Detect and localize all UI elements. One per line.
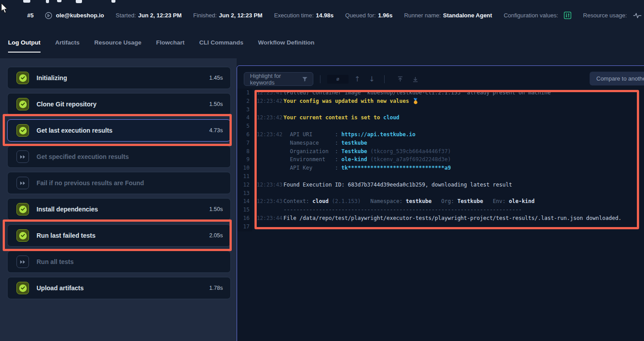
tab-flowchart[interactable]: Flowchart (156, 39, 185, 53)
log-line-number: 14 (237, 197, 250, 206)
skipped-icon (16, 177, 29, 189)
log-line: 11 (237, 172, 644, 181)
log-line: 17 (237, 223, 644, 231)
step-label: Upload artifacts (37, 284, 209, 292)
log-timestamp: 12:23:42 (250, 97, 283, 106)
step-install-dependencies[interactable]: Install dependencies 1.50s (7, 198, 231, 220)
meta-finished: Finished: Jun 2, 12:23 PM (193, 12, 263, 19)
meta-label: Configuration values: (504, 12, 558, 19)
tab-artifacts[interactable]: Artifacts (55, 39, 80, 53)
log-line-content: API URI : https://api.testkube.io (283, 130, 415, 139)
execution-user: ole@kubeshop.io (45, 12, 104, 19)
pulse-icon[interactable] (633, 12, 642, 19)
log-line-content: ----------------------------------------… (283, 206, 522, 214)
compare-execution-button[interactable]: Compare to another execution (590, 72, 644, 85)
highlight-keywords-placeholder: Highlight for keywords (250, 73, 302, 86)
previous-match-icon[interactable]: ↑ (352, 76, 363, 83)
log-line-content: Namespace : testkube (283, 139, 367, 147)
log-line: 14 12:23:43 Context: cloud (2.1.153) Nam… (237, 197, 644, 206)
skipped-icon (16, 150, 29, 163)
steps-sidebar: Initializing 1.45s Clone Git repository … (0, 58, 237, 341)
meta-label: Runner name: (404, 12, 441, 19)
log-line-content: Environment : ole-kind (tkcenv_a7a9f692d… (283, 155, 451, 164)
filter-funnel-icon (302, 77, 308, 82)
passed-check-icon (16, 282, 29, 294)
meta-label: Execution time: (274, 12, 314, 19)
step-get-specified-execution-results[interactable]: Get specified execution results (7, 146, 231, 168)
tab-resource-usage[interactable]: Resource Usage (94, 39, 142, 53)
log-toolbar: Highlight for keywords ø ↑ ↓ (244, 72, 422, 86)
step-fail-if-no-previous-results-are-found[interactable]: Fail if no previous results are Found (7, 172, 231, 194)
tab-workflow-definition[interactable]: Workflow Definition (258, 39, 315, 53)
log-timestamp: 12:23:44 (250, 214, 283, 223)
scroll-to-bottom-icon[interactable] (409, 76, 422, 82)
meta-started: Started: Jun 2, 12:23 PM (116, 12, 182, 19)
step-label: Clone Git repository (37, 101, 209, 108)
log-output-body: 1 12:23:41 (Pulled) Container image "kub… (237, 89, 644, 231)
meta-label: Resource usage: (583, 12, 627, 19)
highlight-keywords-input[interactable]: Highlight for keywords (244, 72, 313, 86)
step-label: Get last execution results (37, 127, 209, 134)
step-initializing[interactable]: Initializing 1.45s (7, 67, 231, 89)
step-run-all-tests[interactable]: Run all tests (7, 251, 231, 273)
log-line-number: 1 (237, 89, 250, 97)
log-line-content: API Key : tk****************************… (283, 164, 451, 172)
log-timestamp (250, 189, 283, 198)
tab-log-output[interactable]: Log Output (8, 39, 41, 53)
passed-check-icon (16, 124, 29, 137)
log-line: 12 12:23:43 Found Execution ID: 683d7b37… (237, 181, 644, 189)
log-line-number: 17 (237, 223, 250, 231)
log-timestamp: 12:23:42 (250, 130, 283, 139)
log-timestamp (250, 206, 283, 214)
log-line-content: File /data/repo/test/playwright/executor… (283, 214, 622, 223)
sliders-icon[interactable] (564, 12, 571, 19)
step-duration: 2.05s (209, 232, 223, 239)
next-match-icon[interactable]: ↓ (366, 76, 377, 83)
toolbar-divider (384, 75, 385, 83)
meta-value: 1.96s (378, 12, 393, 19)
meta-value: Jun 2, 12:23 PM (138, 12, 182, 19)
meta-value: Standalone Agent (443, 12, 492, 19)
step-duration: 1.50s (209, 101, 223, 107)
step-get-last-execution-results[interactable]: Get last execution results 4.73s (7, 119, 231, 142)
log-timestamp: 12:23:42 (250, 114, 283, 122)
page-title-clipped (0, 0, 178, 4)
step-run-last-failed-tests[interactable]: Run last failed tests 2.05s (7, 224, 231, 247)
log-line-number: 8 (237, 147, 250, 156)
log-line: 6 12:23:42 API URI : https://api.testkub… (237, 130, 644, 139)
passed-check-icon (16, 98, 29, 110)
log-timestamp (250, 223, 283, 231)
meta-runner-name: Runner name: Standalone Agent (404, 12, 492, 19)
mouse-cursor (1, 3, 8, 14)
log-line-number: 7 (237, 139, 250, 147)
log-timestamp: 12:23:43 (250, 197, 283, 206)
log-line-number: 12 (237, 181, 250, 189)
log-line-number: 9 (237, 155, 250, 164)
log-line-number: 10 (237, 164, 250, 172)
log-line: 16 12:23:44 File /data/repo/test/playwri… (237, 214, 644, 223)
match-count-badge: ø (327, 75, 349, 84)
toolbar-divider (320, 75, 320, 83)
log-timestamp (250, 122, 283, 130)
log-timestamp: 12:23:43 (250, 181, 283, 189)
log-line-content: Your config was updated with new values … (283, 97, 419, 106)
meta-label: Queued for: (345, 12, 376, 19)
step-clone-git-repository[interactable]: Clone Git repository 1.50s (7, 93, 231, 115)
step-label: Initializing (37, 74, 209, 81)
step-upload-artifacts[interactable]: Upload artifacts 1.78s (7, 277, 231, 299)
log-timestamp (250, 155, 283, 164)
log-timestamp (250, 139, 283, 147)
execution-details-page: #5 ole@kubeshop.io Started: Jun 2, 12:23… (0, 0, 644, 341)
log-line-number: 3 (237, 106, 250, 114)
meta-value: 14.98s (316, 12, 334, 19)
log-line-number: 13 (237, 189, 250, 198)
tab-label: Resource Usage (94, 39, 142, 46)
log-line: 9 Environment : ole-kind (tkcenv_a7a9f69… (237, 155, 644, 164)
log-output-panel: Highlight for keywords ø ↑ ↓ (237, 65, 644, 341)
tab-label: Flowchart (156, 39, 185, 46)
tab-cli-commands[interactable]: CLI Commands (199, 39, 243, 53)
scroll-to-top-icon[interactable] (394, 76, 406, 82)
tab-bar: Log Output Artifacts Resource Usage Flow… (8, 39, 315, 53)
passed-check-icon (16, 229, 29, 242)
log-line: 15 -------------------------------------… (237, 206, 644, 214)
